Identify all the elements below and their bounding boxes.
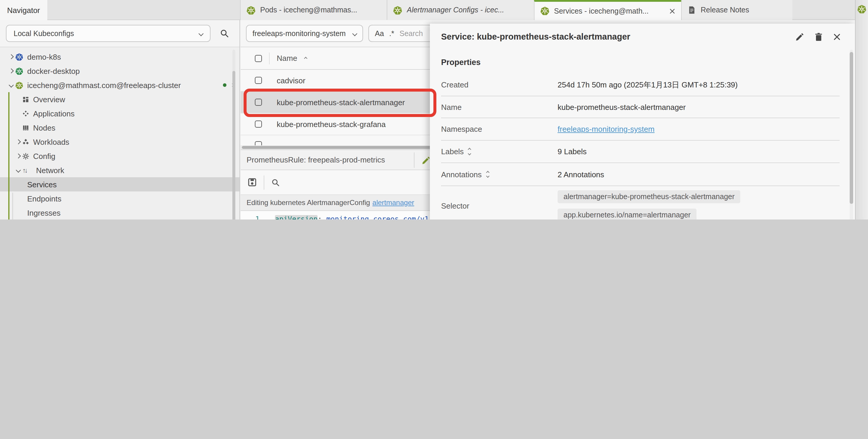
navigator-panel-tab[interactable]: Navigator bbox=[0, 0, 47, 20]
detail-row: Namespacefreeleaps-monitoring-system bbox=[441, 118, 840, 141]
row-checkbox[interactable] bbox=[255, 141, 262, 145]
row-checkbox[interactable] bbox=[255, 77, 262, 84]
column-divider bbox=[269, 52, 270, 64]
editor-tab[interactable]: Services - icecheng@math... bbox=[534, 0, 681, 20]
sidebar-item-config[interactable]: Config bbox=[0, 149, 240, 163]
tree-item-label: Ingresses bbox=[27, 208, 61, 217]
sort-toggle-icon[interactable] bbox=[486, 171, 489, 177]
sort-asc-icon[interactable] bbox=[304, 57, 307, 60]
chevron-down-icon[interactable] bbox=[9, 83, 14, 88]
save-icon[interactable] bbox=[248, 178, 257, 187]
chevron-right-icon[interactable] bbox=[9, 69, 14, 74]
sidebar-item-demo-k8s[interactable]: demo-k8s bbox=[0, 49, 240, 64]
sidebar-item-icecheng-mathmast-com-freeleaps-cluster[interactable]: icecheng@mathmast.com@freeleaps-cluster bbox=[0, 78, 240, 92]
editor-tab[interactable]: Alertmanager Configs - icec... bbox=[387, 0, 534, 20]
regex-icon[interactable]: .* bbox=[390, 29, 394, 37]
tree-item-label: Config bbox=[33, 151, 55, 160]
navigator-sidebar: Local Kubeconfigs demo-k8sdocker-desktop… bbox=[0, 20, 240, 220]
property-label: Created bbox=[441, 80, 558, 89]
tree-item-label: Workloads bbox=[33, 137, 69, 146]
namespace-link[interactable]: freeleaps-monitoring-system bbox=[558, 125, 655, 134]
detail-row: Labels9 Labels bbox=[441, 141, 840, 163]
property-value: 254d 17h 50m ago (2025年1月13日 GMT+8 1:25:… bbox=[558, 80, 738, 89]
selector-badge: alertmanager=kube-prometheus-stack-alert… bbox=[558, 190, 741, 203]
sidebar-item-overview[interactable]: Overview bbox=[0, 92, 240, 106]
kubeconfig-selector-value: Local Kubeconfigs bbox=[13, 29, 74, 37]
sidebar-item-docker-desktop[interactable]: docker-desktop bbox=[0, 64, 240, 78]
tree-item-label: Network bbox=[36, 166, 64, 175]
detail-row: Created254d 17h 50m ago (2025年1月13日 GMT+… bbox=[441, 74, 840, 96]
applications-icon bbox=[23, 110, 29, 117]
namespace-selector[interactable]: freeleaps-monitoring-system bbox=[246, 25, 363, 42]
editor-tab[interactable]: Pods - icecheng@mathmas... bbox=[240, 0, 387, 20]
sort-toggle-icon[interactable] bbox=[469, 148, 471, 155]
overview-grid-icon bbox=[23, 96, 29, 103]
panel-scrollbar[interactable] bbox=[850, 49, 853, 220]
chevron-right-icon[interactable] bbox=[16, 154, 21, 159]
prometheus-rule-title: PrometheusRule: freepeals-prod-metrics bbox=[247, 156, 385, 164]
sidebar-item-endpoints[interactable]: Endpoints bbox=[0, 192, 240, 206]
active-cluster-indicator bbox=[8, 92, 9, 220]
sidebar-scrollbar[interactable] bbox=[232, 49, 235, 220]
annotation-highlight-box bbox=[244, 89, 436, 117]
row-checkbox[interactable] bbox=[255, 121, 262, 128]
sidebar-item-network[interactable]: ↑↓Network bbox=[0, 163, 240, 177]
property-value: 9 Labels bbox=[558, 147, 587, 156]
tree-item-label: icecheng@mathmast.com@freeleaps-cluster bbox=[27, 81, 181, 90]
divider bbox=[264, 175, 264, 189]
tree-item-label: Applications bbox=[33, 109, 74, 118]
config-gear-icon bbox=[23, 153, 29, 159]
chevron-down-icon bbox=[199, 31, 204, 36]
document-icon bbox=[688, 6, 696, 14]
delete-icon[interactable] bbox=[814, 32, 823, 41]
sidebar-item-ingresses[interactable]: Ingresses bbox=[0, 206, 240, 220]
property-label: Selector bbox=[441, 201, 558, 210]
detail-row: Namekube-prometheus-stack-alertmanager bbox=[441, 96, 840, 118]
search-icon[interactable] bbox=[271, 178, 280, 187]
sidebar-item-services[interactable]: Services bbox=[0, 177, 240, 192]
kubernetes-icon bbox=[540, 6, 549, 15]
search-icon[interactable] bbox=[220, 29, 229, 38]
editor-tab[interactable]: Release Notes bbox=[681, 0, 792, 20]
kubeconfig-selector[interactable]: Local Kubeconfigs bbox=[6, 25, 211, 42]
sidebar-item-applications[interactable]: Applications bbox=[0, 106, 240, 121]
tree-indent-guide bbox=[12, 193, 13, 220]
name-column-header[interactable]: Name bbox=[277, 54, 297, 63]
service-name: cadvisor bbox=[277, 76, 305, 85]
editing-resource-link[interactable]: alertmanager bbox=[373, 199, 414, 207]
tab-label: Pods - icecheng@mathmas... bbox=[260, 6, 357, 14]
line-number: 1 bbox=[241, 214, 259, 220]
detail-row: Annotations2 Annotations bbox=[441, 163, 840, 186]
property-label: Namespace bbox=[441, 125, 558, 134]
chevron-right-icon[interactable] bbox=[16, 139, 21, 144]
nodes-icon bbox=[23, 124, 29, 131]
tree-item-label: Endpoints bbox=[27, 194, 61, 203]
property-label: Name bbox=[441, 103, 558, 111]
editing-text: Editing kubernetes AlertmanagerConfig bbox=[247, 199, 370, 207]
service-name: kube-prometheus-stack-grafana bbox=[277, 120, 386, 129]
property-label: Annotations bbox=[441, 170, 558, 179]
edit-icon[interactable] bbox=[795, 32, 804, 41]
close-tab-icon[interactable] bbox=[669, 8, 675, 14]
tree-item-label: Services bbox=[27, 180, 57, 189]
tab-label: Services - icecheng@math... bbox=[554, 7, 649, 15]
chevron-down-icon[interactable] bbox=[16, 168, 21, 173]
sidebar-item-workloads[interactable]: Workloads bbox=[0, 135, 240, 149]
tab-label: Alertmanager Configs - icec... bbox=[407, 6, 504, 14]
match-case-icon[interactable]: Aa bbox=[375, 29, 384, 37]
edit-icon[interactable] bbox=[422, 156, 430, 165]
kubernetes-icon bbox=[857, 5, 866, 13]
service-details-panel: Service: kube-prometheus-stack-alertmana… bbox=[430, 24, 855, 220]
property-value: kube-prometheus-stack-alertmanager bbox=[558, 103, 686, 111]
divider bbox=[414, 153, 414, 168]
property-label: Labels bbox=[441, 147, 558, 156]
close-icon[interactable] bbox=[833, 33, 841, 40]
lens-app-window: Navigator Pods - icecheng@mathmas...Aler… bbox=[0, 0, 868, 220]
background-window-edge bbox=[855, 0, 868, 220]
selector-badge: app.kubernetes.io/name=alertmanager bbox=[558, 209, 696, 220]
select-all-checkbox[interactable] bbox=[255, 55, 262, 62]
tab-label: Release Notes bbox=[701, 6, 749, 14]
sidebar-item-nodes[interactable]: Nodes bbox=[0, 121, 240, 135]
chevron-right-icon[interactable] bbox=[9, 54, 14, 59]
namespace-selector-value: freeleaps-monitoring-system bbox=[252, 29, 346, 37]
